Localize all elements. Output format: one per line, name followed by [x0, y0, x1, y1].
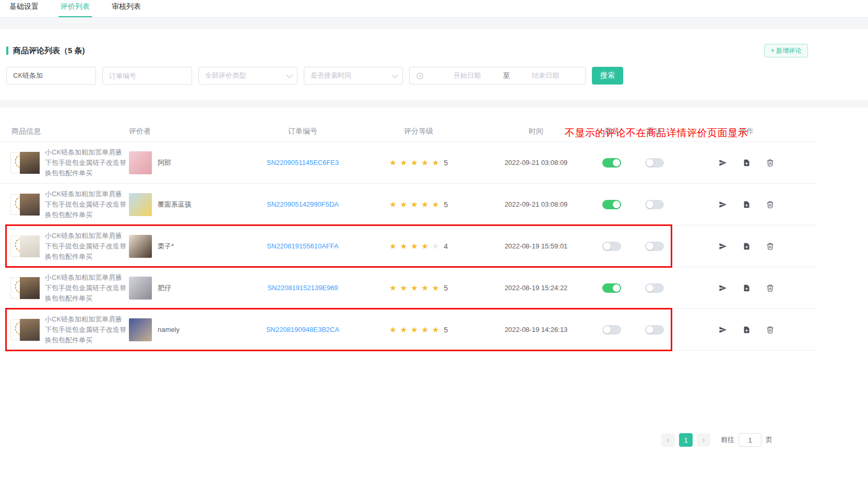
star-icon: ★ [389, 242, 396, 250]
star-icon: ★ [389, 326, 396, 333]
product-photo [19, 277, 40, 300]
order-link[interactable]: SN220819152139E969 [267, 284, 338, 292]
table-body: 小CK链条加粗加宽单肩腋下包手提包金属链子改造替换包包配件单买 阿部 SN220… [0, 142, 868, 351]
star-icon: ★ [411, 200, 418, 208]
pin-toggle[interactable] [645, 158, 664, 168]
date-range-picker[interactable]: 开始日期 至 结束日期 [409, 67, 586, 85]
show-toggle[interactable] [602, 200, 621, 209]
reviewer-name: 阿部 [158, 158, 171, 168]
file-add-icon[interactable] [743, 284, 751, 292]
delete-icon[interactable] [766, 326, 774, 334]
section-accent-bar [6, 46, 8, 55]
goto-label: 前往 [721, 435, 734, 445]
review-time: 2022-09-21 03:08:09 [481, 159, 591, 166]
star-icon: ★ [400, 200, 407, 208]
prev-page-button[interactable]: ‹ [661, 433, 675, 447]
tab-audit-list[interactable]: 审核列表 [110, 0, 143, 17]
delete-icon[interactable] [766, 242, 774, 251]
keyword-input-wrap [6, 67, 96, 85]
product-title: 小CK链条加粗加宽单肩腋下包手提包金属链子改造替换包包配件单买 [45, 189, 129, 220]
start-date-field[interactable]: 开始日期 [438, 71, 496, 80]
time-search-select[interactable]: 是否搜索时间 [304, 67, 403, 85]
toggle-knob [613, 201, 620, 208]
file-add-icon[interactable] [743, 159, 751, 167]
file-add-icon[interactable] [743, 200, 751, 209]
send-icon[interactable] [719, 159, 727, 167]
rating-value: 4 [444, 242, 448, 251]
spacer-strip [0, 18, 868, 29]
keyword-input[interactable] [7, 67, 96, 84]
order-no-input[interactable] [103, 67, 192, 84]
product-photo [19, 193, 40, 216]
star-rating: ★★★★★ [389, 326, 439, 333]
product-thumbnail [10, 276, 41, 300]
product-title: 小CK链条加粗加宽单肩腋下包手提包金属链子改造替换包包配件单买 [45, 314, 129, 345]
delete-icon[interactable] [766, 200, 774, 209]
toggle-knob [603, 326, 611, 333]
send-icon[interactable] [719, 284, 727, 292]
product-thumbnail [10, 151, 41, 175]
star-icon: ★ [432, 159, 439, 166]
spacer-strip [0, 100, 868, 108]
reviewer-name: 覆面系蓝孩 [158, 200, 192, 209]
send-icon[interactable] [719, 242, 727, 251]
review-table: 不显示的评论不在商品详情评价页面显示 商品信息 评价者 订单编号 评分等级 时间… [0, 121, 868, 477]
toggle-knob [613, 159, 620, 166]
star-icon: ★ [400, 159, 407, 166]
next-page-button[interactable]: › [697, 433, 710, 447]
pin-toggle[interactable] [645, 200, 664, 209]
star-icon: ★ [389, 284, 396, 292]
show-toggle[interactable] [602, 325, 621, 335]
send-icon[interactable] [719, 326, 727, 334]
tab-basic-settings[interactable]: 基础设置 [7, 0, 41, 17]
end-date-field[interactable]: 结束日期 [517, 71, 574, 80]
show-toggle[interactable] [602, 158, 621, 168]
order-link[interactable]: SN2208190948E3B2CA [266, 326, 339, 333]
file-add-icon[interactable] [743, 242, 751, 251]
show-toggle[interactable] [602, 283, 621, 293]
search-button[interactable]: 搜索 [592, 67, 623, 85]
goto-page-input[interactable] [739, 433, 762, 447]
star-rating: ★★★★★ [389, 159, 439, 166]
pin-toggle[interactable] [645, 283, 664, 293]
avatar [129, 277, 152, 300]
date-separator: 至 [496, 71, 517, 80]
filter-panel: 商品评论列表（5 条) + 新增评论 全部评价类型 是否搜索时间 开始日期 至 … [0, 29, 868, 100]
star-icon: ★ [432, 242, 439, 250]
product-photo [19, 151, 40, 174]
order-link[interactable]: SN220905142990F5DA [267, 200, 339, 208]
delete-icon[interactable] [766, 284, 774, 292]
delete-icon[interactable] [766, 159, 774, 167]
star-icon: ★ [411, 284, 418, 292]
red-annotation-text: 不显示的评论不在商品详情评价页面显示 [565, 126, 748, 140]
col-header-product: 商品信息 [0, 127, 129, 136]
pin-toggle[interactable] [645, 242, 664, 251]
toggle-knob [646, 201, 653, 208]
rating-value: 5 [444, 200, 448, 209]
order-no-input-wrap [102, 67, 192, 85]
pin-toggle[interactable] [645, 325, 664, 335]
review-type-select[interactable]: 全部评价类型 [198, 67, 298, 85]
col-header-order: 订单编号 [249, 127, 356, 136]
table-row: 小CK链条加粗加宽单肩腋下包手提包金属链子改造替换包包配件单买 栗子* SN22… [0, 225, 817, 267]
tab-review-list[interactable]: 评价列表 [58, 0, 92, 17]
rating-value: 5 [444, 284, 448, 292]
order-link[interactable]: SN2209051145EC6FE3 [267, 159, 339, 166]
reviewer-name: 栗子* [158, 242, 174, 251]
show-toggle[interactable] [602, 242, 621, 251]
star-icon: ★ [421, 200, 428, 208]
product-title: 小CK链条加粗加宽单肩腋下包手提包金属链子改造替换包包配件单买 [45, 231, 129, 262]
send-icon[interactable] [719, 200, 727, 209]
star-icon: ★ [411, 326, 418, 333]
star-icon: ★ [432, 200, 439, 208]
star-icon: ★ [400, 326, 407, 333]
add-review-button[interactable]: + 新增评论 [764, 44, 808, 57]
avatar [129, 235, 152, 258]
star-icon: ★ [400, 242, 407, 250]
star-icon: ★ [421, 242, 428, 250]
star-icon: ★ [411, 242, 418, 250]
file-add-icon[interactable] [743, 326, 751, 334]
order-link[interactable]: SN220819155610AFFA [267, 242, 338, 250]
current-page-button[interactable]: 1 [679, 433, 693, 447]
star-icon: ★ [389, 200, 396, 208]
